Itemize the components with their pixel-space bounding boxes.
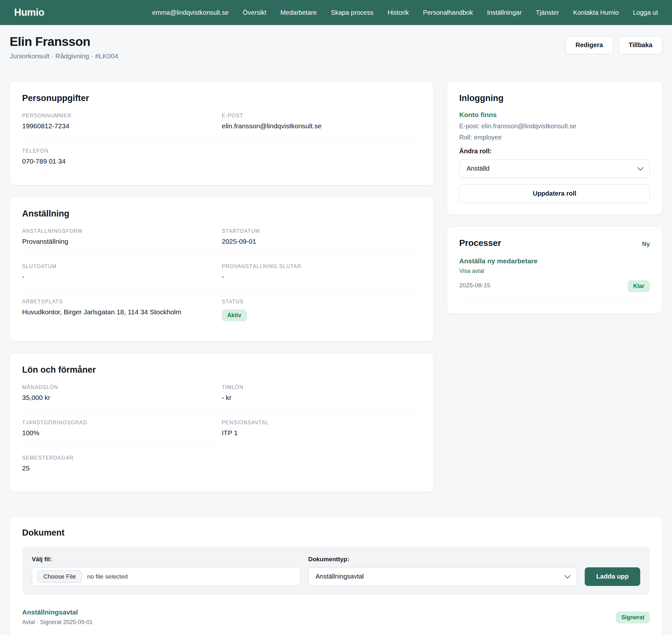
- upload-button[interactable]: Ladda upp: [585, 567, 640, 586]
- nav-user-email[interactable]: emma@lindqvistkonsult.se: [152, 9, 229, 16]
- field-epost: E-POST elin.fransson@lindqvistkonsult.se: [222, 103, 421, 138]
- back-button[interactable]: Tillbaka: [619, 36, 663, 54]
- field-pensionsavtal: PENSIONSAVTAL ITP 1: [222, 410, 421, 445]
- field-personnummer: PERSONNUMMER 19960812-7234: [22, 103, 222, 138]
- document-link[interactable]: Anställningsavtal: [22, 608, 93, 616]
- field-status: STATUS Aktiv: [222, 289, 421, 330]
- documents-card: Dokument Välj fil: Choose File no file s…: [9, 516, 663, 635]
- field-value: 25: [22, 464, 209, 472]
- update-role-button[interactable]: Uppdatera roll: [459, 184, 650, 203]
- process-name-link[interactable]: Anställa ny medarbetare: [459, 257, 650, 265]
- nav-installningar[interactable]: Inställningar: [487, 9, 522, 16]
- main-nav: emma@lindqvistkonsult.se Översikt Medarb…: [152, 9, 658, 16]
- field-slutdatum: SLUTDATUM -: [22, 254, 222, 289]
- field-label: TELEFON: [22, 148, 209, 154]
- salary-fields: MÅNADSLÖN 35,000 kr TIMLÖN - kr TJÄNSTGÖ…: [22, 375, 421, 480]
- status-badge: Aktiv: [222, 309, 247, 321]
- processes-title: Processer: [459, 238, 501, 248]
- document-status-badge: Signerat: [616, 612, 650, 623]
- field-label: STATUS: [222, 299, 408, 305]
- header-actions: Redigera Tillbaka: [565, 35, 663, 54]
- personal-info-title: Personuppgifter: [22, 93, 421, 103]
- field-label: PROVANSTÄLLNING SLUTAR: [222, 264, 408, 269]
- nav-oversikt[interactable]: Översikt: [243, 9, 266, 16]
- employment-card: Anställning ANSTÄLLNINGSFORM Provanställ…: [9, 197, 434, 342]
- login-email-line: E-post: elin.fransson@lindqvistkonsult.s…: [459, 123, 650, 130]
- field-semesterdagar: SEMESTERDAGAR 25: [22, 445, 222, 480]
- file-status-text: no file selected: [87, 573, 128, 580]
- salary-title: Lön och förmåner: [22, 365, 421, 375]
- field-value: - kr: [222, 394, 408, 401]
- process-list-item: Anställa ny medarbetare Visa avtal 2025-…: [459, 257, 650, 302]
- field-label: TJÄNSTGÖRINGSGRAD: [22, 420, 209, 425]
- file-label: Välj fil:: [32, 556, 300, 563]
- left-column: Personuppgifter PERSONNUMMER 19960812-72…: [9, 82, 434, 492]
- field-value: 100%: [22, 429, 209, 437]
- nav-skapa-process[interactable]: Skapa process: [331, 9, 373, 16]
- field-tjanstgoringsgrad: TJÄNSTGÖRINGSGRAD 100%: [22, 410, 222, 445]
- login-role-line: Roll: employee: [459, 134, 650, 141]
- field-label: PERSONNUMMER: [22, 113, 209, 119]
- salary-card: Lön och förmåner MÅNADSLÖN 35,000 kr TIM…: [9, 353, 434, 492]
- login-title: Inloggning: [459, 93, 650, 103]
- choose-file-button[interactable]: Choose File: [37, 571, 82, 583]
- page-title: Elin Fransson: [9, 35, 119, 49]
- nav-medarbetare[interactable]: Medarbetare: [280, 9, 317, 16]
- field-provanstallning-slutar: PROVANSTÄLLNING SLUTAR -: [222, 254, 421, 289]
- role-select-value: Anställd: [467, 165, 489, 172]
- upload-panel: Välj fil: Choose File no file selected D…: [22, 547, 650, 595]
- employee-heading: Elin Fransson Juniorkonsult · Rådgivning…: [9, 35, 119, 60]
- field-value: ITP 1: [222, 429, 408, 437]
- doctype-label: Dokumenttyp:: [308, 556, 577, 563]
- document-info: Anställningsavtal Avtal · Signerat 2025-…: [22, 608, 93, 626]
- documents-title: Dokument: [22, 528, 650, 538]
- edit-button[interactable]: Redigera: [565, 36, 613, 54]
- employment-fields: ANSTÄLLNINGSFORM Provanställning STARTDA…: [22, 219, 421, 330]
- field-value: 2025-09-01: [222, 238, 408, 245]
- app-logo[interactable]: Humio: [14, 7, 44, 18]
- file-group: Välj fil: Choose File no file selected: [32, 556, 300, 586]
- doctype-select[interactable]: Anställningsavtal: [308, 567, 577, 586]
- employee-subtitle: Juniorkonsult · Rådgivning · #LK004: [9, 52, 119, 60]
- file-input[interactable]: Choose File no file selected: [32, 567, 300, 586]
- employment-title: Anställning: [22, 209, 421, 219]
- field-value: elin.fransson@lindqvistkonsult.se: [222, 122, 408, 130]
- field-value: -: [22, 273, 209, 281]
- field-value: 070-789 01 34: [22, 157, 209, 165]
- field-label: STARTDATUM: [222, 228, 408, 234]
- content-grid: Personuppgifter PERSONNUMMER 19960812-72…: [9, 82, 663, 492]
- change-role-label: Ändra roll:: [459, 148, 650, 155]
- field-label: SLUTDATUM: [22, 264, 209, 269]
- document-meta: Avtal · Signerat 2025-09-01: [22, 619, 93, 626]
- field-arbetsplats: ARBETSPLATS Huvudkontor, Birger Jarlsgat…: [22, 289, 222, 330]
- nav-historik[interactable]: Historik: [387, 9, 409, 16]
- personal-info-card: Personuppgifter PERSONNUMMER 19960812-72…: [9, 82, 434, 185]
- field-startdatum: STARTDATUM 2025-09-01: [222, 219, 421, 254]
- nav-kontakta-humio[interactable]: Kontakta Humio: [573, 9, 619, 16]
- field-manadslon: MÅNADSLÖN 35,000 kr: [22, 375, 222, 410]
- login-card: Inloggning Konto finns E-post: elin.fran…: [447, 82, 663, 215]
- processes-header: Processer Ny: [459, 238, 650, 248]
- nav-logga-ut[interactable]: Logga ut: [633, 9, 658, 16]
- view-contract-link[interactable]: Visa avtal: [459, 268, 484, 275]
- field-value: Huvudkontor, Birger Jarlsgatan 18, 114 3…: [22, 308, 209, 316]
- chevron-down-icon: [565, 573, 570, 578]
- field-label: TIMLÖN: [222, 385, 408, 390]
- processes-card: Processer Ny Anställa ny medarbetare Vis…: [447, 226, 663, 314]
- right-column: Inloggning Konto finns E-post: elin.fran…: [447, 82, 663, 314]
- page-header: Elin Fransson Juniorkonsult · Rådgivning…: [9, 25, 663, 60]
- nav-tjanster[interactable]: Tjänster: [536, 9, 559, 16]
- doctype-group: Dokumenttyp: Anställningsavtal: [308, 556, 577, 586]
- top-navbar: Humio emma@lindqvistkonsult.se Översikt …: [0, 0, 672, 25]
- role-select[interactable]: Anställd: [459, 159, 650, 178]
- nav-personalhandbok[interactable]: Personalhandbok: [423, 9, 473, 16]
- account-status: Konto finns: [459, 111, 650, 119]
- process-meta-row: 2025-08-15 Klar: [459, 279, 650, 292]
- personal-fields: PERSONNUMMER 19960812-7234 E-POST elin.f…: [22, 103, 421, 174]
- new-process-link[interactable]: Ny: [642, 241, 650, 247]
- document-list-item: Anställningsavtal Avtal · Signerat 2025-…: [22, 608, 650, 629]
- field-value: Provanställning: [22, 238, 209, 245]
- process-status-badge: Klar: [628, 280, 650, 292]
- process-date: 2025-08-15: [459, 282, 490, 289]
- field-label: ARBETSPLATS: [22, 299, 209, 305]
